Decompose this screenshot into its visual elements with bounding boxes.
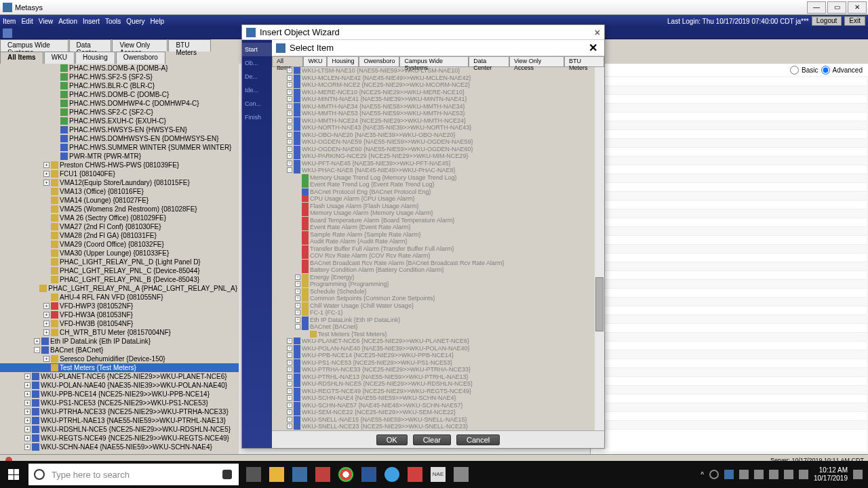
tray-icon[interactable] [769,470,778,479]
tree-row[interactable]: +WKU-PS1-NCE53 {NCE25-NIE29>>WKU-PS1-NCE… [0,399,239,407]
tree-row[interactable]: +WKU-PLANET-NCE6 {NCE25-NIE29>>WKU-PLANE… [0,372,239,381]
expand-icon[interactable]: + [43,312,50,318]
menu-action[interactable]: Action [58,18,77,25]
expand-icon[interactable]: + [43,329,50,336]
wizard-tree-row[interactable]: +WKU-REGTS-NCE49 {NCE25-NIE29>>WKU-REGTS… [272,388,604,395]
wizard-tree-row[interactable]: +WKU-OGDEN-NAE60 {NAE55-NIE59>>WKU-OGDEN… [272,146,604,153]
expand-icon[interactable]: + [287,360,292,365]
expand-icon[interactable]: + [287,82,292,87]
expand-icon[interactable]: + [43,356,50,362]
wizard-tab[interactable]: BTU Meters [564,56,604,67]
expand-icon[interactable]: + [43,162,50,168]
notifications-icon[interactable] [853,470,863,479]
network-icon[interactable] [784,470,793,479]
expand-icon[interactable]: + [295,296,300,301]
app-icon-4[interactable] [452,465,471,484]
wizard-tree-row[interactable]: -WKU-PHAC-NAE8 {NAE45-NIE49>>WKU-PHAC-NA… [272,167,604,174]
cancel-button[interactable]: Cancel [456,434,500,445]
tree-row[interactable]: VMA 26 (Sectry Office) {081029FE} [0,214,239,222]
wizard-close-icon[interactable]: × [595,27,600,38]
wizard-tree-row[interactable]: +Common Setpoints {Common Zone Setpoints… [272,295,604,302]
wizard-tree-row[interactable]: Test Meters {Test Meters} [272,331,604,338]
wizard-tree-row[interactable]: +WKU-MINTN-NAE41 {NAE35-NIE39>>WKU-MINTN… [272,96,604,103]
menu-item[interactable]: Item [3,18,16,25]
expand-icon[interactable]: + [24,391,31,397]
expand-icon[interactable]: + [287,417,292,422]
wizard-tab[interactable]: WKU [303,56,327,67]
tree-row[interactable]: +WKU-PTRHL-NAE13 {NAE55-NIE59>>WKU-PTRHL… [0,416,239,425]
expand-icon[interactable]: + [287,96,292,102]
expand-icon[interactable]: + [24,426,31,432]
maximize-button[interactable]: ▭ [827,1,846,14]
advanced-radio[interactable] [821,66,830,75]
app-icon-2[interactable] [313,465,332,484]
wizard-tree-row[interactable]: +WKU-MMTH-NAE34 {NAE55-NIE58>>WKU-MMTH-N… [272,103,604,110]
tree-row[interactable]: +Eth IP DataLink {Eth IP DataLink} [0,337,239,346]
expand-icon[interactable]: - [287,167,292,173]
wizard-tree-row[interactable]: +WKU-PFT-NAE45 {NAE35-NIE39>>WKU-PFT-NAE… [272,160,604,167]
tree-row[interactable]: +VFD-HW3B {081054NF} [0,319,239,328]
tree-row[interactable]: Test Meters {Test Meters} [0,363,239,372]
wizard-tree-row[interactable]: +WKU-SNELL-NCE23 {NCE25-NIE29>>WKU-SNELL… [272,423,604,430]
expand-icon[interactable]: + [287,346,292,351]
expand-icon[interactable]: + [43,303,50,309]
taskbar-search[interactable]: Type here to search [28,464,239,485]
tree-row[interactable]: PHAC.HWS.DOMB-C {DOMB-C} [0,90,239,99]
wizard-tree-row[interactable]: +WKU-LTSM-NAE10 {NAE55-NIE59>>WKU-LTSM-N… [272,67,604,75]
tab-wku[interactable]: WKU [44,52,75,64]
wizard-tree-row[interactable]: -BACnet {BACnet} [272,323,604,331]
nav-tree[interactable]: PHAC.HWS.DOMB-A {DOMB-A}PHAC.HWS.SF2-S {… [0,64,239,454]
tree-row[interactable]: -BACnet {BACnet} [0,346,239,354]
wizard-tab[interactable]: View Only Access [509,56,564,67]
tree-row[interactable]: PHAC.HWS.SUMMER WINTER {SUMMER WINTER} [0,143,239,152]
tree-row[interactable]: +WKU-SCHN-NAE4 {NAE55-NIE59>>WKU-SCHN-NA… [0,443,239,451]
expand-icon[interactable]: + [287,153,292,159]
wizard-tree-row[interactable]: +WKU-OBO-NAE20 {NAE35-NIE39>>WKU-OBO-NAE… [272,131,604,139]
expand-icon[interactable]: + [43,180,50,186]
tree-row[interactable]: +WKU-REGTS-NCE49 {NCE25-NIE29>>WKU-REGTS… [0,434,239,443]
wizard-tree-row[interactable]: +WKU-PLANET-NCE6 {NCE25-NIE29>>WKU-PLANE… [272,338,604,345]
expand-icon[interactable]: + [24,400,31,406]
tab-housing[interactable]: Housing [75,52,115,64]
wizard-tree-row[interactable]: +WKU-MCORM-NCE2 {NCE25-NIE29>>WKU-MCORM-… [272,81,604,89]
wizard-tree-row[interactable]: Audit Rate Alarm {Audit Rate Alarm} [272,238,604,245]
wizard-tree-row[interactable]: +WKU-NORTH-NAE43 {NAE35-NIE39>>WKU-NORTH… [272,124,604,131]
wizard-tree-row[interactable]: +WKU-POLAN-NAE40 {NAE35-NIE39>>WKU-POLAN… [272,345,604,352]
wizard-tree-row[interactable]: CPU Usage Alarm {CPU Usage Alarm} [272,195,604,203]
wizard-tree-row[interactable]: COV Rcv Rate Alarm {COV Rcv Rate Alarm} [272,252,604,260]
wizard-tree-row[interactable]: +Energy {Energy} [272,274,604,281]
expand-icon[interactable]: + [295,274,300,280]
tree-row[interactable]: PHAC.HWS.EXUH-C {EXUH-C} [0,117,239,125]
tree-row[interactable]: +VFD-HW3A {081053NF} [0,310,239,319]
wizard-tree-row[interactable]: +WKU-RDSHLN-NCE5 {NCE25-NIE29>>WKU-RDSHL… [272,380,604,388]
wizard-tree-row[interactable]: +Schedule {Schedule} [272,288,604,296]
expand-icon[interactable]: + [43,321,50,327]
tree-row[interactable]: PHAC_LIGHT_RELAY_PNL_D {Light Panel D} [0,258,239,266]
exit-button[interactable]: Exit [844,16,865,26]
tree-row[interactable]: +WKU-RDSHLN-NCE5 {NCE25-NIE29>>WKU-RDSHL… [0,425,239,434]
wizard-tree-row[interactable]: Event Rate Alarm {Event Rate Alarm} [272,224,604,231]
wizard-tree-row[interactable]: +WKU-MMTH-NCE24 {NCE25-NIE29>>WKU-MMTH-N… [272,117,604,125]
expand-icon[interactable]: + [287,338,292,344]
wizard-step[interactable]: Finish [242,110,272,124]
wizard-tree-row[interactable]: BACnet Protocol Eng {BACnet Protocol Eng… [272,188,604,196]
expand-icon[interactable]: + [287,75,292,81]
clear-button[interactable]: Clear [413,434,451,445]
tree-row[interactable]: PHAC.HWS.DOMHWSYS-EN {DOMHWSYS-EN} [0,134,239,143]
expand-icon[interactable]: + [295,303,300,308]
wizard-tree-row[interactable]: Event Rate Trend Log {Event Rate Trend L… [272,181,604,188]
wizard-tree-row[interactable]: +Programming {Programming} [272,281,604,288]
wizard-tree-row[interactable]: +FC-1 {FC-1} [272,309,604,317]
expand-icon[interactable]: + [287,374,292,380]
expand-icon[interactable]: + [287,89,292,95]
tree-row[interactable]: VMA27 (2nd Fl Conf) {081030FE} [0,222,239,231]
tree-row[interactable]: PHAC_LGHT_RELAY_PNL_B {Device-85043} [0,275,239,284]
tree-row[interactable]: PHAC.HWS.SF2-C {SF2-C} [0,108,239,117]
expand-icon[interactable]: + [287,388,292,394]
wizard-tree-row[interactable]: Sample Rate Alarm {Sample Rate Alarm} [272,231,604,239]
wizard-tree-row[interactable]: Flash Usage Alarm {Flash Usage Alarm} [272,203,604,210]
expand-icon[interactable]: + [43,171,50,177]
app-icon-3[interactable] [406,465,425,484]
wizard-tree-row[interactable]: +WKU-PARKING-NCE29 {NCE25-NIE29>>WKU-MIM… [272,152,604,160]
expand-icon[interactable]: + [295,310,300,315]
